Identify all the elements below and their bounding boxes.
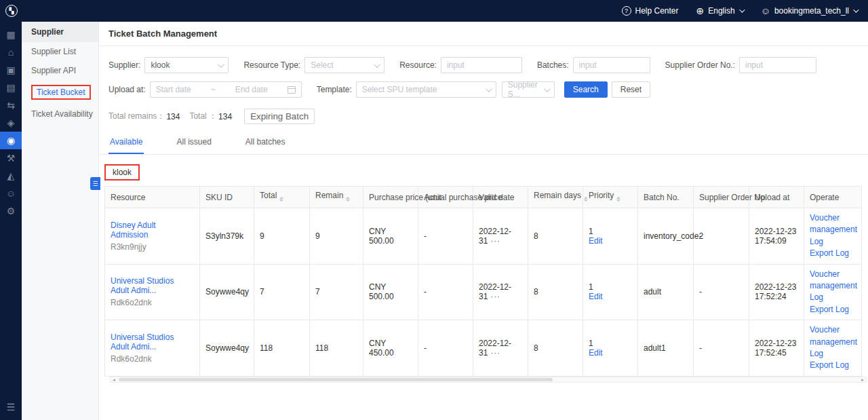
log-link[interactable]: Log <box>810 236 856 248</box>
help-center-menu[interactable]: Help Center <box>622 6 679 16</box>
calendar-icon <box>288 86 296 94</box>
resource-link[interactable]: Disney Adult Admission <box>111 221 194 240</box>
supplier-order-no-label: Supplier Order No.: <box>665 60 735 70</box>
rail-item-orders[interactable]: ▤ <box>0 79 22 96</box>
scrollbar-thumb[interactable] <box>119 378 553 381</box>
operate-cell: Voucher management Log Export Log <box>804 264 862 320</box>
sidebar-item-supplier-list[interactable]: Supplier List <box>22 42 98 61</box>
page-header: Ticket Batch Management <box>99 22 868 46</box>
col-valid-date: Valid date <box>473 187 528 208</box>
app-logo-icon[interactable] <box>5 5 18 17</box>
rail-item-users[interactable]: ☺ <box>0 185 22 202</box>
search-button[interactable]: Search <box>564 81 608 98</box>
batches-input[interactable] <box>573 57 650 73</box>
table-row: Disney Adult Admission R3kn9njjy S3yln37… <box>105 208 862 265</box>
rail-collapse-button[interactable]: ☰ <box>0 398 22 416</box>
actual-price-cell: - <box>418 208 473 265</box>
template-placeholder: Select SPU template <box>362 85 437 94</box>
voucher-management-link[interactable]: Voucher management <box>810 269 856 292</box>
valid-date-more-button[interactable]: ··· <box>490 348 500 358</box>
supplier-select[interactable]: klook <box>144 57 229 73</box>
scroll-right-arrow-icon[interactable]: ▸ <box>859 377 866 382</box>
valid-date-more-button[interactable]: ··· <box>490 236 500 246</box>
voucher-management-link[interactable]: Voucher management <box>810 324 856 348</box>
sidebar-item-ticket-availability[interactable]: Ticket Availability <box>22 104 98 123</box>
tab-all-issued[interactable]: All issued <box>175 131 212 154</box>
rail-item-analytics[interactable]: ◭ <box>0 167 22 185</box>
rail-item-home[interactable]: ⌂ <box>0 43 22 61</box>
export-log-link[interactable]: Export Log <box>810 360 856 371</box>
tab-available[interactable]: Available <box>108 131 144 154</box>
user-menu[interactable]: bookingmeta_tech_ll <box>761 6 857 16</box>
tab-bar: Available All issued All batches <box>99 131 868 155</box>
sort-icon[interactable] <box>584 195 588 204</box>
horizontal-scrollbar[interactable]: ◂ ▸ <box>110 377 867 383</box>
resource-type-label: Resource Type: <box>243 60 300 70</box>
remain-days-cell: 8 <box>528 208 583 265</box>
quick-panel-toggle[interactable]: ☰ <box>90 177 100 190</box>
valid-date-cell: 2022-12-31··· <box>473 208 528 265</box>
supplier-template-placeholder: Supplier S... <box>508 80 540 99</box>
priority-edit-link[interactable]: Edit <box>589 292 603 301</box>
rail-item-distribution[interactable]: ⇆ <box>0 96 22 114</box>
total-label: Total ： <box>189 111 217 122</box>
resource-link[interactable]: Universal Studios Adult Admi... <box>111 276 194 295</box>
settings-icon: ⚙ <box>7 206 16 216</box>
sidebar-item-ticket-bucket[interactable]: Ticket Bucket <box>22 80 98 104</box>
col-total[interactable]: Total <box>254 187 310 208</box>
sidebar-item-supplier-api[interactable]: Supplier API <box>22 61 98 80</box>
priority-edit-link[interactable]: Edit <box>589 348 603 358</box>
language-menu[interactable]: English <box>696 6 743 16</box>
valid-date-cell: 2022-12-31··· <box>473 264 528 320</box>
upload-date: 2022-12-23 <box>755 227 798 236</box>
export-log-link[interactable]: Export Log <box>810 248 856 259</box>
supplier-template-select[interactable]: Supplier S... <box>502 81 555 98</box>
expiring-batch-button[interactable]: Expiring Batch <box>244 109 315 124</box>
upload-date: 2022-12-23 <box>755 339 798 348</box>
store-icon: ▣ <box>6 64 15 75</box>
valid-date-more-button[interactable]: ··· <box>490 292 500 301</box>
table-row: Universal Studios Adult Admi... Rdk6o2dn… <box>105 320 862 377</box>
rail-item-store[interactable]: ▣ <box>0 61 22 79</box>
resource-cell: Universal Studios Adult Admi... Rdk6o2dn… <box>105 320 200 377</box>
resource-input[interactable] <box>441 57 522 73</box>
home-icon: ⌂ <box>8 47 14 58</box>
help-icon <box>622 6 631 16</box>
sort-icon[interactable] <box>346 195 350 204</box>
rail-item-apps[interactable]: ▦ <box>0 26 22 43</box>
rail-item-settings[interactable]: ⚙ <box>0 202 22 220</box>
globe-icon <box>696 6 705 16</box>
chevron-down-icon <box>374 61 380 68</box>
rail-item-ticket[interactable]: ◉ <box>0 132 22 149</box>
export-log-link[interactable]: Export Log <box>810 304 856 316</box>
col-priority[interactable]: Priority <box>583 187 638 208</box>
col-remain[interactable]: Remain <box>310 187 363 208</box>
supplier-group-row: klook <box>99 155 868 186</box>
log-link[interactable]: Log <box>810 348 856 360</box>
reset-button[interactable]: Reset <box>612 81 650 98</box>
col-purchase-price: Purchase price (unit <box>363 187 418 208</box>
batch-table: Resource SKU ID Total Remain Purchase pr… <box>104 186 862 377</box>
orders-icon: ▤ <box>6 82 15 93</box>
tab-all-batches[interactable]: All batches <box>244 131 287 154</box>
remain-cell: 9 <box>310 208 363 265</box>
ticket-icon: ◉ <box>7 135 15 146</box>
template-select[interactable]: Select SPU template <box>356 81 496 98</box>
scroll-left-arrow-icon[interactable]: ◂ <box>111 377 117 382</box>
users-icon: ☺ <box>6 188 16 199</box>
rail-item-products[interactable]: ◈ <box>0 114 22 132</box>
sidebar-item-label: Supplier API <box>31 66 76 75</box>
col-sku-id: SKU ID <box>200 187 254 208</box>
resource-type-select[interactable]: Select <box>304 57 384 73</box>
upload-date-range-picker[interactable]: Start date ~ End date <box>150 81 302 98</box>
resource-link[interactable]: Universal Studios Adult Admi... <box>111 332 194 351</box>
rail-item-tools[interactable]: ⚒ <box>0 149 22 167</box>
supplier-order-no-input[interactable] <box>739 57 816 73</box>
log-link[interactable]: Log <box>810 292 856 303</box>
sort-icon[interactable] <box>616 195 620 204</box>
col-remain-days[interactable]: Remain days <box>528 187 583 208</box>
total-cell: 7 <box>254 264 310 320</box>
priority-edit-link[interactable]: Edit <box>589 236 603 246</box>
voucher-management-link[interactable]: Voucher management <box>810 212 856 236</box>
sort-icon[interactable] <box>279 195 283 204</box>
